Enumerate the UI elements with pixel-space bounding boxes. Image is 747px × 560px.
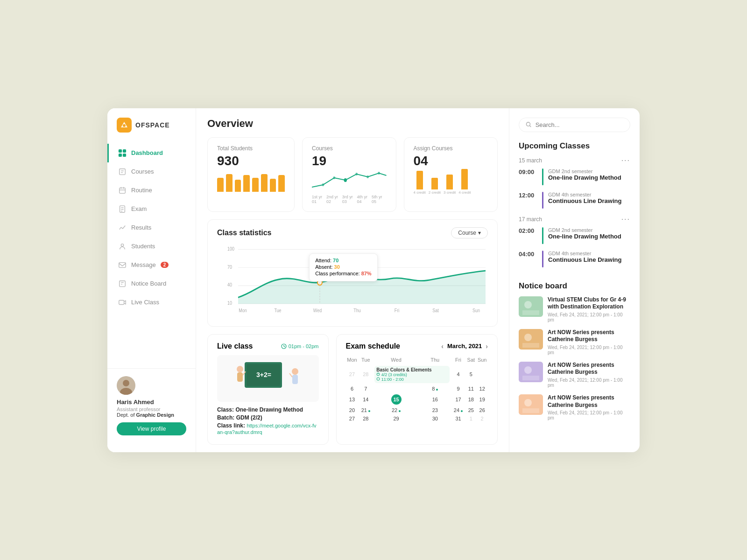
time-divider-purple2 — [542, 251, 543, 267]
svg-rect-74 — [522, 376, 539, 380]
month-next-btn[interactable]: › — [486, 343, 488, 350]
class-time: 02:00 — [519, 227, 537, 234]
svg-point-67 — [524, 301, 532, 308]
svg-text:3+2=: 3+2= — [256, 371, 271, 378]
table-row: 6 7 8 9 11 12 — [346, 385, 488, 393]
view-profile-button[interactable]: View profile — [117, 422, 186, 435]
search-input[interactable] — [536, 121, 623, 128]
notice-board-section: Notice board Virtual STEM Clubs for Gr 4… — [519, 281, 630, 427]
cal-day-thu: Thu — [419, 355, 451, 364]
class-statistics-chart: 100 70 40 10 — [217, 244, 488, 319]
cal-cell[interactable]: 30 — [419, 414, 451, 423]
cal-day-mon: Mon — [346, 355, 359, 364]
cal-cell[interactable]: 5 — [465, 364, 476, 385]
cal-cell[interactable]: 31 — [451, 414, 466, 423]
date-menu-17march[interactable]: ··· — [621, 215, 630, 224]
live-class-info-batch: Batch: GDM (2/2) — [217, 414, 319, 421]
month-prev-btn[interactable]: ‹ — [441, 343, 444, 350]
cal-cell[interactable]: 14 — [358, 393, 373, 406]
svg-point-73 — [524, 366, 532, 374]
notice-item: Art NOW Series presents Catherine Burges… — [519, 362, 630, 388]
assign-courses-chart: 4 credit2 credit3 credit4 credit — [414, 171, 488, 195]
sidebar: OFSPACE Dashboard Courses — [107, 108, 196, 452]
cal-cell[interactable]: 27 — [346, 364, 359, 385]
sidebar-item-message[interactable]: Message 2 — [107, 256, 196, 274]
cal-cell[interactable]: 13 — [346, 393, 359, 406]
sidebar-item-routine[interactable]: Routine — [107, 181, 196, 200]
notice-title: Art NOW Series presents Catherine Burges… — [548, 394, 630, 409]
date-menu-15march[interactable]: ··· — [621, 156, 630, 165]
cal-cell[interactable]: 26 — [476, 406, 488, 414]
sidebar-item-live-class[interactable]: Live Class — [107, 293, 196, 312]
stat-courses: Courses 19 1st yr 012nd yr 023rd yr 034t… — [302, 137, 396, 212]
cal-cell[interactable]: 12 — [476, 385, 488, 393]
cal-cell[interactable]: 19 — [476, 393, 488, 406]
svg-text:100: 100 — [227, 246, 234, 252]
cal-cell[interactable]: 16 — [419, 393, 451, 406]
cal-cell[interactable]: 6 — [346, 385, 359, 393]
cal-cell[interactable]: 18 — [465, 393, 476, 406]
current-month: March, 2021 — [447, 343, 482, 350]
cal-cell[interactable]: 4 — [451, 364, 466, 385]
notice-board-title: Notice board — [519, 281, 630, 291]
stat-total-students-value: 930 — [217, 154, 285, 168]
cal-cell[interactable]: 28 — [358, 364, 373, 385]
user-name: Haris Ahmed — [117, 399, 186, 406]
svg-point-76 — [524, 399, 532, 406]
sidebar-item-courses[interactable]: Courses — [107, 162, 196, 181]
svg-point-30 — [322, 183, 324, 186]
class-name: One-line Drawing Method — [548, 233, 621, 240]
sidebar-item-dashboard[interactable]: Dashboard — [107, 144, 196, 162]
cal-cell[interactable]: 20 — [346, 406, 359, 414]
cal-cell[interactable]: 8 — [419, 385, 451, 393]
cal-cell[interactable]: 23 — [419, 406, 451, 414]
tooltip-performance: Class performance: 87% — [315, 271, 371, 276]
table-row: 13 14 15 16 17 18 19 — [346, 393, 488, 406]
cal-cell[interactable]: 17 — [451, 393, 466, 406]
cal-cell[interactable]: 28 — [358, 414, 373, 423]
cal-cell[interactable]: 1 — [465, 414, 476, 423]
sidebar-label-exam: Exam — [131, 205, 147, 212]
live-class-illustration: 3+2= — [217, 355, 319, 402]
class-semester: GDM 4th semester — [548, 251, 621, 256]
right-panel: Upcoming Classes 15 march ··· 09:00 GDM … — [509, 108, 640, 452]
sidebar-item-notice-board[interactable]: Notice Board — [107, 274, 196, 293]
class-semester: GDM 2nd semester — [548, 168, 621, 174]
message-badge: 2 — [161, 262, 169, 268]
stat-assign-courses-label: Assign Courses — [414, 145, 488, 152]
sidebar-item-results[interactable]: Results — [107, 218, 196, 237]
sidebar-label-results: Results — [131, 224, 151, 231]
svg-point-70 — [524, 334, 532, 341]
tooltip-attend: Attend: 70 — [315, 258, 371, 263]
class-statistics-section: Class statistics Course ▾ 100 70 40 10 — [207, 219, 498, 327]
chart-filter-btn[interactable]: Course ▾ — [451, 227, 488, 238]
cal-cell[interactable]: 2 — [476, 414, 488, 423]
cal-cell[interactable]: 24 — [451, 406, 466, 414]
svg-text:Fri: Fri — [395, 308, 399, 313]
cal-cell[interactable]: 21 — [358, 406, 373, 414]
bottom-row: Live class 01pm - 02pm — [196, 327, 509, 452]
class-time-item: 04:00 GDM 4th semester Continuous Line D… — [519, 251, 630, 267]
logo-area: OFSPACE — [107, 118, 196, 144]
svg-rect-5 — [123, 153, 126, 156]
nav-menu: Dashboard Courses Routine — [107, 144, 196, 368]
cal-cell[interactable]: 25 — [465, 406, 476, 414]
cal-cell[interactable]: 27 — [346, 414, 359, 423]
cal-cell[interactable]: 9 — [451, 385, 466, 393]
class-time-item: 09:00 GDM 2nd semester One-line Drawing … — [519, 168, 630, 185]
sidebar-label-students: Students — [131, 243, 155, 250]
sidebar-item-exam[interactable]: Exam — [107, 200, 196, 218]
cal-cell[interactable] — [373, 385, 419, 393]
svg-rect-3 — [123, 149, 126, 152]
cal-today-cell[interactable]: 15 — [373, 393, 419, 406]
cal-event-cell-main[interactable]: Basic Colors & Elements 4/2 (3 credits) … — [373, 364, 451, 385]
cal-cell[interactable]: 7 — [358, 385, 373, 393]
sidebar-item-students[interactable]: Students — [107, 237, 196, 256]
cal-cell[interactable]: 22 — [373, 406, 419, 414]
cal-cell[interactable]: 11 — [465, 385, 476, 393]
svg-rect-56 — [237, 372, 243, 382]
notice-thumbnail — [519, 329, 543, 350]
cal-cell[interactable]: 29 — [373, 414, 419, 423]
svg-rect-19 — [120, 280, 126, 287]
stat-total-students-label: Total Students — [217, 145, 285, 152]
